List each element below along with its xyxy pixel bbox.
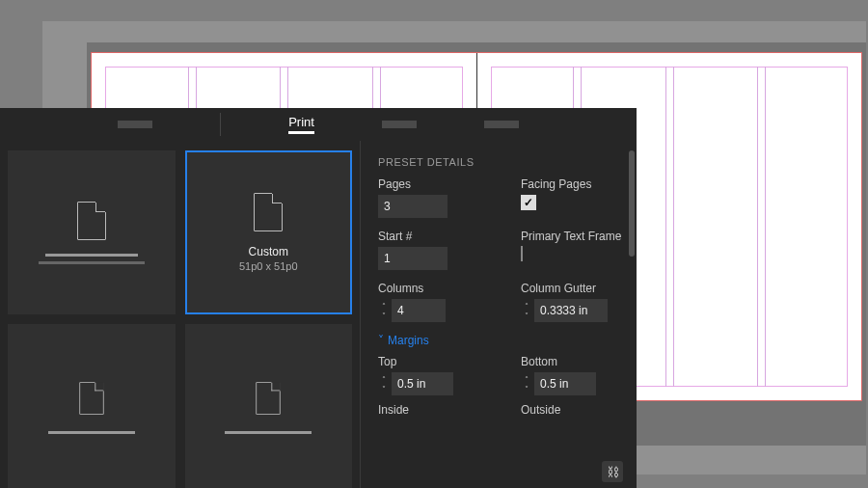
bottom-margin-label: Bottom [521, 355, 625, 368]
inside-margin-label: Inside [378, 403, 482, 417]
section-heading: PRESET DETAILS [378, 156, 625, 168]
chevron-up-icon: ˄ [521, 374, 532, 384]
tab-print[interactable]: Print [288, 115, 314, 134]
columns-label: Columns [378, 282, 482, 295]
chevron-down-icon: ˅ [378, 384, 390, 393]
tab-placeholder[interactable] [382, 121, 417, 128]
chevron-down-icon: ˅ [521, 311, 532, 320]
columns-stepper[interactable]: ˄˅ [378, 301, 390, 320]
facing-pages-checkbox[interactable]: ✓ [521, 195, 536, 210]
chevron-down-icon: ˅ [378, 334, 384, 347]
chevron-down-icon: ˅ [521, 384, 532, 393]
pages-label: Pages [378, 177, 482, 191]
tab-placeholder[interactable] [484, 121, 519, 128]
chevron-up-icon: ˄ [521, 301, 532, 311]
columns-input[interactable] [392, 299, 446, 322]
top-margin-input[interactable] [392, 372, 453, 395]
chevron-down-icon: ˅ [378, 311, 390, 320]
bottom-margin-input[interactable] [534, 372, 596, 395]
outside-margin-label: Outside [521, 403, 625, 417]
preset-card[interactable] [185, 324, 353, 488]
gutter-input[interactable] [534, 299, 608, 322]
tab-placeholder[interactable] [118, 121, 152, 128]
preset-grid: Custom 51p0 x 51p0 [0, 141, 360, 488]
chevron-up-icon: ˄ [378, 301, 390, 311]
facing-pages-label: Facing Pages [521, 177, 625, 191]
pages-input[interactable] [378, 195, 448, 218]
scrollbar[interactable] [629, 150, 635, 257]
page-icon [257, 382, 282, 415]
link-icon: ⛓ [607, 465, 619, 479]
primary-text-frame-label: Primary Text Frame [521, 230, 625, 243]
top-stepper[interactable]: ˄˅ [378, 374, 390, 393]
bottom-stepper[interactable]: ˄˅ [521, 374, 532, 393]
gutter-stepper[interactable]: ˄˅ [521, 301, 532, 320]
preset-card-selected[interactable]: Custom 51p0 x 51p0 [185, 150, 353, 314]
gutter-label: Column Gutter [521, 282, 625, 295]
top-margin-label: Top [378, 355, 482, 368]
new-document-dialog: Print Custom 51p0 x 51p0 [0, 108, 637, 488]
preset-details-panel: PRESET DETAILS Pages Facing Pages ✓ Star… [360, 141, 637, 488]
start-label: Start # [378, 230, 482, 243]
category-tabs: Print [0, 108, 637, 141]
link-margins-button[interactable]: ⛓ [602, 461, 623, 482]
divider [220, 113, 221, 136]
preset-card[interactable] [8, 150, 176, 314]
chevron-up-icon: ˄ [378, 374, 390, 384]
page-icon [77, 202, 106, 240]
page-icon [254, 193, 283, 231]
start-input[interactable] [378, 247, 448, 270]
preset-dimensions: 51p0 x 51p0 [239, 260, 298, 272]
page-icon [79, 382, 104, 415]
preset-card[interactable] [8, 324, 176, 488]
margins-disclosure[interactable]: ˅ Margins [378, 334, 625, 347]
primary-text-frame-checkbox[interactable] [521, 246, 523, 261]
preset-label: Custom [249, 245, 288, 258]
